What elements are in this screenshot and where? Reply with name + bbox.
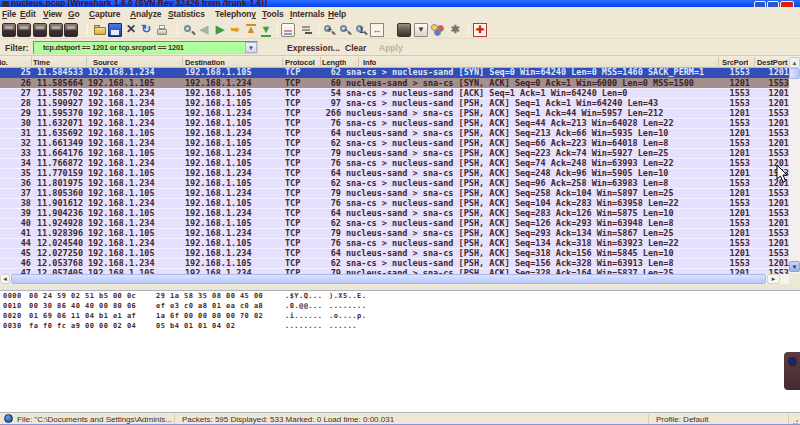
capture-options-icon[interactable] [17,23,31,37]
column-separator[interactable] [754,57,755,66]
menu-analyze[interactable]: Analyze [130,9,161,19]
menu-edit[interactable]: Edit [20,9,36,19]
preferences-icon[interactable]: ✱ [448,23,462,37]
menu-file[interactable]: File [2,9,16,19]
capture-stop-icon[interactable] [49,23,63,37]
packet-row-25[interactable]: 2511.584533192.168.1.234192.168.1.105TCP… [0,68,789,78]
apply-button[interactable]: Apply [379,43,403,53]
menu-statistics[interactable]: Statistics [168,9,205,19]
column-header-no[interactable]: No. [0,58,8,67]
packet-row-41[interactable]: 4111.928396192.168.1.105192.168.1.234TCP… [0,228,789,238]
menu-telephony[interactable]: Telephony [215,9,256,19]
coloring-rules-icon[interactable] [431,23,445,37]
scroll-right-icon[interactable]: ► [767,274,780,284]
packet-row-28[interactable]: 2811.590927192.168.1.234192.168.1.105TCP… [0,98,789,108]
capture-filter-icon[interactable] [397,23,411,37]
column-header-destport[interactable]: DestPort [757,58,790,67]
packet-row-32[interactable]: 3211.661349192.168.1.234192.168.1.105TCP… [0,138,789,148]
filter-input[interactable]: tcp.dstport == 1201 or tcp.srcport == 12… [33,41,258,54]
resize-columns-icon[interactable]: ↔ [370,23,384,37]
horizontal-scrollbar[interactable]: ◄ ► [0,274,789,284]
column-header-destination[interactable]: Destination [185,58,225,67]
packet-list-header[interactable]: No.TimeSourceDestinationProtocolLengthIn… [0,56,789,68]
help-icon[interactable]: ✚ [473,23,487,37]
column-header-length[interactable]: Length [322,58,346,67]
goto-packet-icon[interactable]: ➥ [228,23,242,37]
column-separator[interactable] [86,57,87,66]
scroll-up-icon[interactable]: ▲ [789,57,800,68]
packet-row-35[interactable]: 3511.770159192.168.1.105192.168.1.234TCP… [0,168,789,178]
menu-internals[interactable]: Internals [290,9,325,19]
filter-dropdown-icon[interactable]: ▼ [245,42,257,53]
zoom-in-icon[interactable]: + [322,23,336,37]
capture-restart-icon[interactable] [64,23,78,37]
packet-row-34[interactable]: 3411.766872192.168.1.234192.168.1.105TCP… [0,158,789,168]
list-interfaces-icon[interactable] [2,23,16,37]
column-header-info[interactable]: Info [363,58,376,67]
reload-icon[interactable]: ↻ [139,23,153,37]
scroll-left-icon[interactable]: ◄ [0,274,10,284]
back-icon[interactable]: ◀ [197,23,211,37]
zoom-100-icon[interactable]: 1 [354,23,368,37]
column-header-srcport[interactable]: SrcPort [722,58,748,67]
close-file-icon[interactable]: ✕ [124,23,138,37]
hex-view-pane[interactable]: 000000 24 59 02 51 b5 00 0c29 1a 58 35 0… [0,290,800,336]
menu-capture[interactable]: Capture [89,9,120,19]
hex-line-0010[interactable]: 001000 30 86 40 40 00 80 06ef e3 c0 a8 0… [0,301,800,311]
packet-row-40[interactable]: 4011.924928192.168.1.234192.168.1.105TCP… [0,218,789,228]
column-separator[interactable] [282,57,283,66]
column-separator[interactable] [358,57,359,66]
menu-help[interactable]: Help [328,9,346,19]
clear-button[interactable]: Clear [345,43,366,53]
open-file-icon[interactable] [93,23,107,37]
menu-go[interactable]: Go [68,9,80,19]
column-header-protocol[interactable]: Protocol [285,58,315,67]
horizontal-scroll-thumb[interactable] [11,274,766,284]
packet-row-37[interactable]: 3711.805360192.168.1.105192.168.1.234TCP… [0,188,789,198]
column-separator[interactable] [320,57,321,66]
packet-row-39[interactable]: 3911.904236192.168.1.105192.168.1.234TCP… [0,208,789,218]
menu-view[interactable]: View [43,9,62,19]
packet-row-38[interactable]: 3811.901612192.168.1.234192.168.1.105TCP… [0,198,789,208]
packet-row-33[interactable]: 3311.664176192.168.1.105192.168.1.234TCP… [0,148,789,158]
hex-line-0030[interactable]: 0030fa f0 fc a9 00 00 02 0405 b4 01 01 0… [0,321,800,331]
vertical-scroll-thumb[interactable] [789,68,800,79]
column-header-time[interactable]: Time [33,58,50,67]
scroll-down-icon[interactable]: ▼ [789,261,800,272]
go-bottom-icon[interactable]: ▼ [259,23,273,37]
go-top-icon[interactable]: ▲ [244,23,258,37]
column-separator[interactable] [718,57,719,66]
cell-no: 36 [0,179,31,188]
colorize-icon[interactable] [281,23,295,37]
packet-row-26[interactable]: 2611.585664192.168.1.105192.168.1.234TCP… [0,78,789,88]
display-filter-icon[interactable]: ▼ [414,23,428,37]
packet-row-30[interactable]: 3011.632071192.168.1.234192.168.1.105TCP… [0,118,789,128]
forward-icon[interactable]: ▶ [213,23,227,37]
cell-src: 192.168.1.234 [88,219,155,228]
packet-row-31[interactable]: 3111.635692192.168.1.105192.168.1.234TCP… [0,128,789,138]
save-file-icon[interactable] [108,23,122,37]
expression-button[interactable]: Expression... [287,43,340,53]
vertical-scrollbar[interactable]: ▲ ▼ [789,56,800,274]
column-header-source[interactable]: Source [93,58,118,67]
hex-line-0000[interactable]: 000000 24 59 02 51 b5 00 0c29 1a 58 35 0… [0,291,800,301]
expert-info-icon[interactable] [4,414,13,423]
packet-row-46[interactable]: 4612.053768192.168.1.234192.168.1.105TCP… [0,258,789,268]
packet-row-44[interactable]: 4412.024540192.168.1.234192.168.1.105TCP… [0,238,789,248]
column-separator[interactable] [31,57,32,66]
menu-tools[interactable]: Tools [262,9,284,19]
hex-line-0020[interactable]: 002001 69 06 11 04 b1 e1 af1a 6f 00 00 0… [0,311,800,321]
packet-row-27[interactable]: 2711.585702192.168.1.234192.168.1.105TCP… [0,88,789,98]
zoom-out-icon[interactable]: − [338,23,352,37]
title-bar[interactable]: nucleus.pcap [Wireshark 1.6.0 (SVN Rev 3… [0,0,800,7]
cell-info: sna-cs > nucleus-sand [PSH, ACK] Seq=156… [346,259,718,268]
packet-row-29[interactable]: 2911.595370192.168.1.105192.168.1.234TCP… [0,108,789,118]
packet-row-36[interactable]: 3611.801975192.168.1.234192.168.1.105TCP… [0,178,789,188]
packet-row-45[interactable]: 4512.027250192.168.1.105192.168.1.234TCP… [0,248,789,258]
autoscroll-icon[interactable] [300,23,314,37]
column-separator[interactable] [182,57,183,66]
cell-info: sna-cs > nucleus-sand [SYN] Seq=0 Win=64… [346,68,718,77]
find-icon[interactable] [182,23,196,37]
capture-start-icon[interactable] [33,23,47,37]
print-icon[interactable] [155,23,169,37]
